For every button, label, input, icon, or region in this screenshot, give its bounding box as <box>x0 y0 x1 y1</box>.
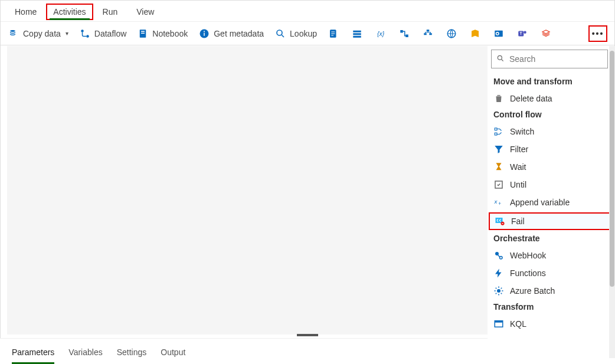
notebook-button[interactable]: Notebook <box>137 28 188 40</box>
flyout-search-input[interactable] <box>508 54 603 64</box>
tab-activities[interactable]: Activities <box>46 4 93 20</box>
toolbar-extra-icons: {x} T <box>328 28 552 40</box>
copy-data-label: Copy data <box>23 29 61 38</box>
menu-wait[interactable]: Wait <box>488 158 613 176</box>
svg-point-27 <box>498 55 502 60</box>
activities-flyout: Move and transform Delete data Control f… <box>488 46 613 358</box>
web-icon[interactable] <box>446 28 457 40</box>
section-orchestrate: Orchestrate <box>488 231 613 247</box>
functions-icon <box>493 268 504 278</box>
svg-text:x: x <box>494 198 498 205</box>
activities-toolbar: Copy data ▾ Dataflow Notebook Get metada… <box>1 22 614 45</box>
scrollbar-thumb[interactable] <box>610 51 614 287</box>
search-icon <box>496 54 505 64</box>
get-metadata-button[interactable]: Get metadata <box>198 28 264 40</box>
svg-rect-16 <box>405 34 408 37</box>
fail-icon <box>495 216 505 227</box>
hourglass-icon <box>493 162 504 172</box>
menu-webhook-label: WebHook <box>510 251 546 260</box>
until-icon <box>493 179 504 190</box>
notebook-label: Notebook <box>152 29 188 38</box>
svg-rect-6 <box>204 32 205 35</box>
svg-rect-29 <box>495 128 497 130</box>
flyout-scrollbar[interactable] <box>609 46 615 358</box>
svg-line-9 <box>282 35 284 37</box>
semantic-model-icon[interactable] <box>469 28 481 40</box>
tab-parameters[interactable]: Parameters <box>12 340 54 363</box>
menu-functions-label: Functions <box>510 268 546 278</box>
menu-kql[interactable]: KQL <box>488 315 613 333</box>
dataflow-button[interactable]: Dataflow <box>79 28 126 40</box>
dataflow-icon <box>79 28 91 40</box>
menu-delete-data[interactable]: Delete data <box>488 90 613 107</box>
notebook-icon <box>137 28 149 40</box>
svg-rect-17 <box>427 29 430 31</box>
svg-rect-18 <box>424 33 427 35</box>
copy-data-icon <box>8 28 19 40</box>
menu-azure-batch-label: Azure Batch <box>510 286 555 296</box>
svg-text:{x}: {x} <box>377 29 385 37</box>
svg-point-1 <box>86 35 89 38</box>
menu-until[interactable]: Until <box>488 176 613 194</box>
variable-icon[interactable]: {x} <box>375 28 387 40</box>
lookup-label: Lookup <box>290 29 317 38</box>
script-icon[interactable] <box>328 28 339 40</box>
flyout-search[interactable] <box>491 50 608 68</box>
svg-rect-15 <box>400 30 403 33</box>
section-move-transform: Move and transform <box>488 74 613 90</box>
lookup-button[interactable]: Lookup <box>274 28 317 40</box>
dataflow-label: Dataflow <box>94 29 126 38</box>
ellipsis-icon: ••• <box>592 29 604 38</box>
menu-fail[interactable]: Fail <box>489 212 611 230</box>
svg-text:+: + <box>498 201 501 206</box>
panel-resize-handle[interactable] <box>297 334 318 336</box>
menu-functions[interactable]: Functions <box>488 264 613 282</box>
svg-point-7 <box>204 31 205 32</box>
svg-rect-4 <box>141 32 145 34</box>
menu-webhook[interactable]: WebHook <box>488 247 613 264</box>
tab-settings[interactable]: Settings <box>117 340 147 363</box>
gear-icon <box>493 286 504 296</box>
foreach-icon[interactable] <box>422 28 434 40</box>
menu-filter-label: Filter <box>510 145 528 154</box>
webhook-icon <box>493 250 504 261</box>
svg-rect-11 <box>353 30 361 32</box>
svg-point-38 <box>497 289 500 293</box>
top-tab-bar: Home Activities Run View <box>1 1 614 22</box>
tab-output[interactable]: Output <box>161 340 185 363</box>
menu-append-variable[interactable]: x+ Append variable <box>488 194 613 211</box>
menu-azure-batch[interactable]: Azure Batch <box>488 282 613 300</box>
menu-switch[interactable]: Switch <box>488 123 613 140</box>
menu-kql-label: KQL <box>510 319 526 329</box>
svg-rect-12 <box>353 33 361 35</box>
get-metadata-label: Get metadata <box>214 29 264 38</box>
section-control-flow: Control flow <box>488 107 613 123</box>
menu-wait-label: Wait <box>510 162 526 172</box>
filter-icon <box>493 144 504 155</box>
more-activities-button[interactable]: ••• <box>588 25 607 42</box>
tab-home[interactable]: Home <box>5 2 46 21</box>
svg-rect-40 <box>495 321 503 323</box>
search-icon <box>274 28 286 40</box>
append-variable-icon: x+ <box>493 197 504 208</box>
invoke-pipeline-icon[interactable] <box>398 28 410 40</box>
sproc-icon[interactable] <box>351 28 363 40</box>
menu-filter[interactable]: Filter <box>488 140 613 158</box>
menu-fail-label: Fail <box>511 217 525 226</box>
switch-icon <box>493 126 504 137</box>
tab-run[interactable]: Run <box>93 2 127 21</box>
svg-rect-13 <box>353 35 361 37</box>
databricks-icon[interactable] <box>540 28 552 40</box>
tab-variables[interactable]: Variables <box>68 340 102 363</box>
svg-rect-30 <box>495 133 497 135</box>
menu-delete-data-label: Delete data <box>510 94 552 103</box>
section-transform: Transform <box>488 300 613 315</box>
svg-rect-3 <box>141 31 145 32</box>
copy-data-button[interactable]: Copy data ▾ <box>8 28 68 40</box>
svg-point-8 <box>277 30 282 35</box>
info-icon <box>198 28 210 40</box>
tab-view[interactable]: View <box>127 2 163 21</box>
svg-point-0 <box>81 29 84 32</box>
teams-icon[interactable]: T <box>516 28 528 40</box>
outlook-icon[interactable] <box>493 28 505 40</box>
